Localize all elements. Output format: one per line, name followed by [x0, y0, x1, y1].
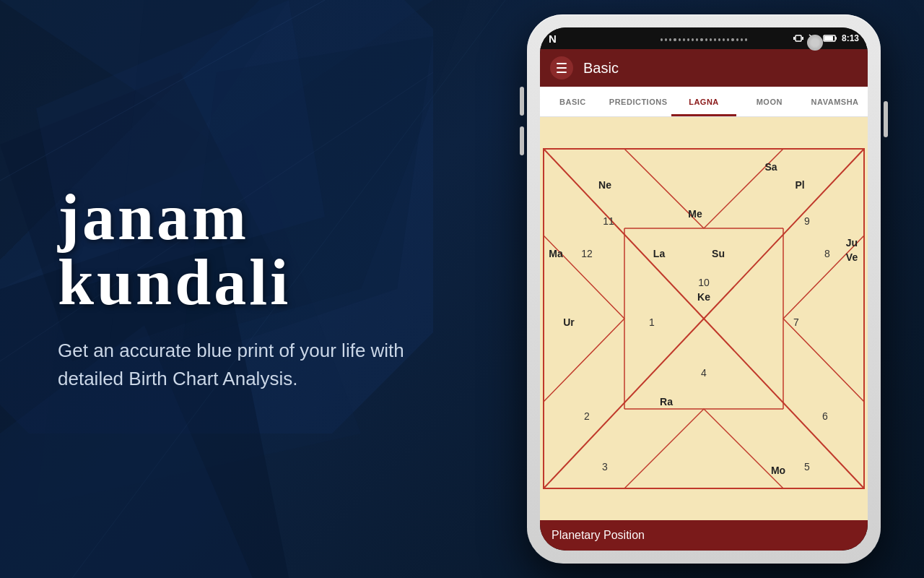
svg-rect-10 [824, 36, 833, 40]
volume-up-button [520, 87, 524, 116]
house-11: 11 [603, 215, 614, 227]
menu-button[interactable] [550, 56, 573, 79]
tab-lagna[interactable]: LAGNA [671, 87, 737, 116]
planet-ju: Ju [846, 237, 858, 249]
house-7: 7 [793, 316, 799, 328]
house-10: 10 [698, 277, 710, 288]
planet-ne: Ne [598, 179, 611, 191]
front-camera [807, 35, 823, 51]
app-subtitle: Get an accurate blue print of your life … [58, 337, 433, 393]
svg-rect-5 [802, 37, 803, 40]
hamburger-line-2 [557, 67, 567, 69]
hamburger-line-1 [557, 63, 567, 64]
battery-icon [823, 34, 837, 43]
house-1: 1 [649, 316, 655, 328]
planet-me: Me [688, 208, 702, 220]
hamburger-line-3 [557, 72, 567, 73]
house-4: 4 [701, 367, 707, 379]
tab-predictions[interactable]: PREDICTIONS [606, 87, 671, 116]
planet-ke: Ke [697, 291, 710, 303]
title-line1: janam [58, 181, 249, 253]
planet-sa: Sa [764, 161, 777, 173]
bottom-bar[interactable]: Planetary Position [540, 520, 868, 551]
tab-moon[interactable]: MOON [736, 87, 802, 116]
kundali-chart: Sa Ne Pl 11 Me 9 Ma 12 L [540, 117, 868, 520]
planet-la: La [653, 248, 666, 259]
vibrate-icon [793, 34, 804, 43]
app-title: janam kundali [58, 185, 476, 315]
house-3: 3 [602, 461, 608, 473]
status-logo: N [549, 33, 557, 45]
planet-ma: Ma [549, 248, 563, 259]
phone-outer-shell: N 8:13 [527, 14, 881, 564]
house-8: 8 [824, 248, 830, 259]
app-header: Basic [540, 49, 868, 87]
volume-down-button [520, 126, 524, 155]
house-6: 6 [822, 410, 828, 422]
svg-rect-4 [793, 37, 795, 40]
house-12: 12 [581, 248, 593, 259]
kundali-svg: Sa Ne Pl 11 Me 9 Ma 12 L [540, 117, 868, 520]
house-2: 2 [584, 410, 590, 422]
planet-ur: Ur [563, 316, 575, 328]
header-title: Basic [583, 60, 619, 77]
tab-navamsha[interactable]: NAVAMSHA [802, 87, 868, 116]
title-line2: kundali [58, 246, 291, 318]
planetary-position-label: Planetary Position [552, 529, 645, 542]
planet-ra: Ra [660, 396, 673, 407]
planet-pl: Pl [795, 179, 804, 191]
status-time: 8:13 [842, 33, 859, 43]
speaker-grille [661, 35, 747, 45]
left-panel: janam kundali Get an accurate blue print… [29, 0, 505, 578]
phone-mockup: N 8:13 [527, 14, 881, 564]
phone-screen: N 8:13 [540, 27, 868, 551]
house-9: 9 [804, 215, 810, 227]
status-icons: 8:13 [793, 33, 859, 43]
svg-rect-9 [835, 37, 837, 40]
navigation-tabs: BASIC PREDICTIONS LAGNA MOON NAVAMSHA [540, 87, 868, 117]
planet-mo: Mo [771, 465, 785, 476]
house-5: 5 [804, 461, 810, 473]
planet-ve: Ve [846, 251, 858, 263]
planet-su: Su [712, 248, 725, 259]
tab-basic[interactable]: BASIC [540, 87, 606, 116]
power-button [884, 101, 888, 137]
svg-rect-3 [796, 35, 801, 41]
